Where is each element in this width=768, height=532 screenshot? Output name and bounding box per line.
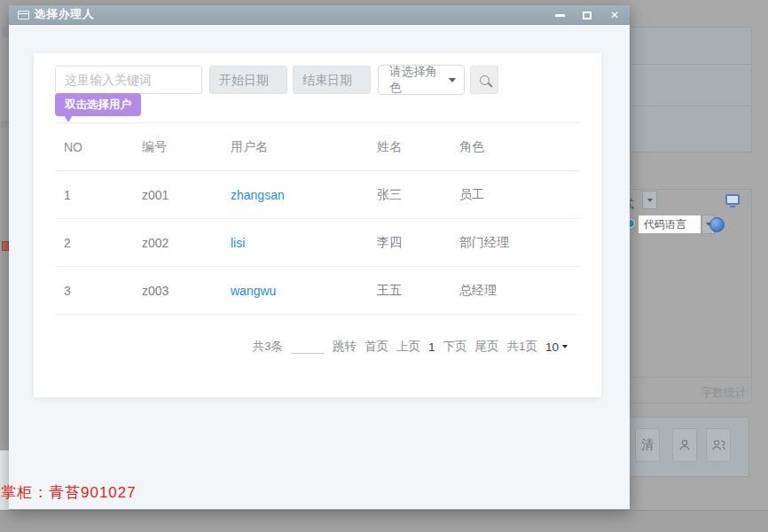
bg-globe-icon: [709, 217, 725, 232]
bg-user-icon-button: [672, 428, 697, 462]
header-name: 姓名: [377, 139, 459, 155]
bg-dropdown-button: [642, 191, 657, 209]
double-click-tooltip: 双击选择用户: [55, 93, 141, 116]
table-row[interactable]: 1 z001 zhangsan 张三 员工: [55, 171, 580, 219]
role-select-label: 请选择角色: [389, 64, 449, 96]
bg-left-fragment-text: mi: [1, 118, 9, 130]
header-username: 用户名: [231, 139, 377, 155]
total-count: 共3条: [252, 339, 283, 355]
header-role: 角色: [459, 139, 580, 155]
end-date-input[interactable]: [293, 66, 371, 94]
close-button[interactable]: ✕: [608, 9, 621, 21]
total-pages: 共1页: [506, 339, 537, 355]
users-icon: [710, 437, 726, 453]
window-icon: [18, 11, 29, 20]
chevron-down-icon: [647, 199, 653, 202]
maximize-button[interactable]: [581, 9, 593, 21]
username-link[interactable]: lisi: [231, 236, 245, 250]
table-row[interactable]: 3 z003 wangwu 王五 总经理: [55, 267, 580, 315]
chevron-down-icon: [562, 345, 568, 348]
page-jump-input[interactable]: [291, 340, 325, 354]
next-page-link[interactable]: 下页: [443, 339, 466, 355]
cell-no: 2: [64, 236, 142, 250]
bg-button-panel: 清: [629, 417, 749, 477]
first-page-link[interactable]: 首页: [364, 339, 388, 355]
cell-no: 1: [64, 188, 142, 202]
bg-word-count-strip: 字数统计: [621, 377, 752, 403]
username-link[interactable]: wangwu: [231, 284, 276, 298]
cell-code: z001: [142, 188, 231, 202]
cell-name: 王五: [377, 283, 459, 299]
tooltip-label: 双击选择用户: [65, 98, 131, 113]
search-button[interactable]: [470, 66, 498, 94]
user-icon: [677, 437, 693, 453]
maximize-icon: [583, 12, 592, 20]
cell-code: z003: [142, 284, 231, 298]
user-table: NO 编号 用户名 姓名 角色 1 z001 zhangsan 张三 员工: [55, 122, 580, 315]
watermark-text: 掌柜：青苔901027: [1, 482, 137, 503]
cell-code: z002: [142, 236, 231, 250]
table-header: NO 编号 用户名 姓名 角色: [55, 123, 580, 171]
bg-left-fragment: [2, 27, 9, 37]
header-no: NO: [64, 140, 142, 154]
minimize-button[interactable]: [553, 9, 566, 21]
jump-link[interactable]: 跳转: [333, 339, 357, 355]
search-icon: [480, 75, 490, 85]
pagination: 共3条 跳转 首页 上页 1 下页 尾页 共1页 10: [252, 335, 568, 358]
bg-bottom-bar: [0, 510, 768, 532]
dialog-titlebar: 选择办理人 ✕: [9, 5, 630, 25]
start-date-input[interactable]: [209, 66, 287, 94]
minimize-icon: [555, 14, 565, 17]
content-card: 请选择角色 双击选择用户 NO 编号 用户名 姓名: [34, 53, 601, 397]
window-controls: ✕: [553, 5, 621, 25]
cell-role: 总经理: [459, 283, 580, 299]
close-icon: ✕: [610, 10, 619, 20]
select-handler-dialog: 选择办理人 ✕ 请选择角色: [9, 5, 630, 510]
header-code: 编号: [142, 139, 231, 155]
bg-clear-button: 清: [635, 428, 660, 462]
bg-code-language-select: 代码语言: [638, 215, 701, 234]
current-page: 1: [428, 340, 435, 354]
keyword-input[interactable]: [55, 66, 202, 94]
prev-page-link[interactable]: 上页: [396, 339, 420, 355]
cell-role: 员工: [459, 187, 580, 203]
bg-word-count-label: 字数统计: [701, 385, 747, 401]
page-size-select[interactable]: 10: [545, 340, 568, 354]
username-link[interactable]: zhangsan: [231, 188, 285, 202]
cell-name: 李四: [377, 235, 459, 251]
bg-left-red-fragment: [2, 241, 9, 251]
page-size-value: 10: [545, 340, 559, 354]
dialog-body: 请选择角色 双击选择用户 NO 编号 用户名 姓名: [9, 25, 630, 509]
screen: 式 代码语言 字数统计 清 mi 选择办理人: [0, 0, 768, 532]
bg-monitor-icon: [725, 194, 740, 205]
cell-name: 张三: [377, 187, 459, 203]
bg-left-strip: mi: [0, 0, 9, 445]
chevron-down-icon: [449, 78, 456, 82]
bg-list-row: [630, 106, 752, 153]
bg-users-icon-button: [706, 428, 731, 462]
cell-no: 3: [64, 284, 142, 298]
cell-role: 部门经理: [459, 235, 580, 251]
dialog-title: 选择办理人: [35, 7, 95, 22]
last-page-link[interactable]: 尾页: [474, 339, 498, 355]
bg-list-row: [630, 65, 752, 106]
bg-list-row: [630, 27, 752, 65]
role-select[interactable]: 请选择角色: [378, 65, 465, 95]
table-row[interactable]: 2 z002 lisi 李四 部门经理: [55, 219, 580, 267]
